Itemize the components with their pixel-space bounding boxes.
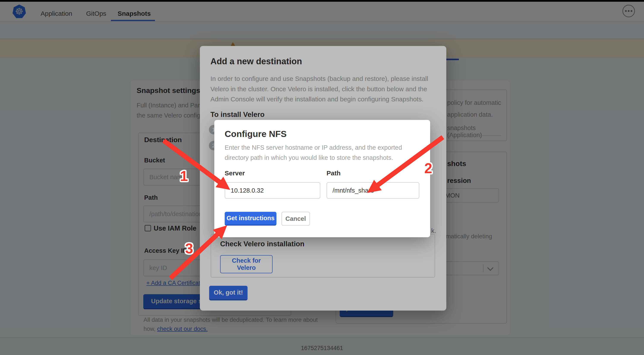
cancel-label: Cancel: [285, 215, 306, 222]
annotation-badge-3: 3: [185, 240, 193, 257]
nfs-body-line2: directory path in which you would like t…: [225, 154, 393, 161]
nfs-body-line1: Enter the NFS server hostname or IP addr…: [225, 144, 402, 151]
nfs-server-label: Server: [225, 170, 245, 177]
nfs-server-input[interactable]: [225, 182, 320, 199]
get-instructions-label: Get instructions: [226, 215, 274, 222]
admin-console-screen: ☸ Application GitOps Snapshots Full Snap…: [0, 0, 644, 355]
annotation-badge-1: 1: [180, 168, 188, 184]
configure-nfs-modal: Configure NFS Enter the NFS server hostn…: [214, 120, 430, 237]
nfs-path-label: Path: [326, 170, 340, 177]
cancel-button[interactable]: Cancel: [282, 212, 310, 226]
configure-nfs-title: Configure NFS: [225, 129, 286, 139]
get-instructions-button[interactable]: Get instructions: [225, 212, 276, 226]
annotation-badge-2: 2: [424, 160, 432, 176]
